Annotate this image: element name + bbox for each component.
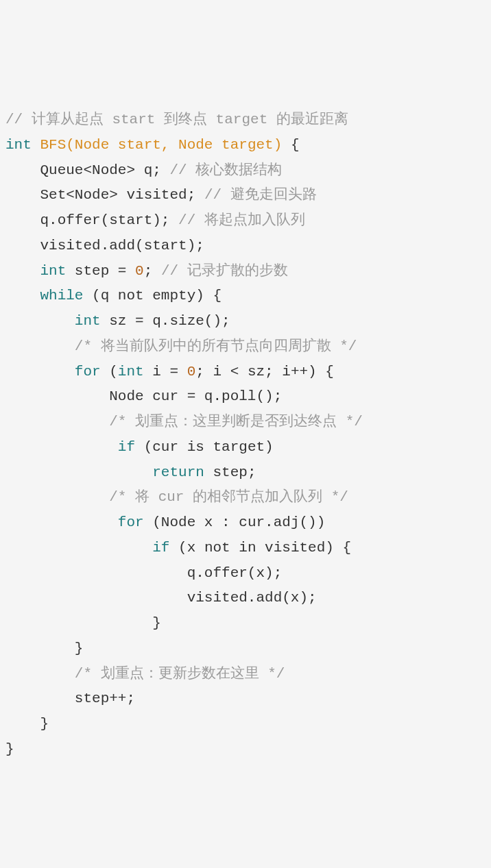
code-line: for (Node x : cur.adj()) xyxy=(5,510,486,536)
keyword-token: int xyxy=(40,263,66,279)
keyword-token: for xyxy=(118,514,144,530)
code-line: int step = 0; // 记录扩散的步数 xyxy=(5,259,486,284)
code-line: } xyxy=(5,712,486,737)
plain-token: Queue<Node> q; xyxy=(40,162,169,178)
keyword-token: for xyxy=(75,364,101,380)
plain-token xyxy=(144,540,153,556)
plain-token xyxy=(32,137,40,153)
code-line: int sz = q.size(); xyxy=(5,309,486,334)
code-line: // 计算从起点 start 到终点 target 的最近距离 xyxy=(5,108,486,133)
code-line: Node cur = q.poll(); xyxy=(5,384,486,410)
keyword-token: while xyxy=(40,288,83,303)
code-line: /* 将 cur 的相邻节点加入队列 */ xyxy=(5,485,486,510)
indent xyxy=(5,691,75,706)
num-token: 0 xyxy=(135,263,144,279)
code-line: while (q not empty) { xyxy=(5,284,486,309)
plain-token: (q not empty) { xyxy=(83,288,221,303)
indent xyxy=(5,414,109,430)
comment-token: // 核心数据结构 xyxy=(169,162,282,178)
keyword-token: if xyxy=(152,540,169,556)
indent xyxy=(5,540,144,556)
code-line: } xyxy=(5,636,486,662)
plain-token: sz = q.size(); xyxy=(101,313,230,329)
plain-token: ( xyxy=(101,364,118,380)
indent xyxy=(5,313,75,329)
indent xyxy=(5,615,144,631)
indent xyxy=(5,364,75,380)
keyword-token: return xyxy=(152,464,204,480)
plain-token xyxy=(144,464,153,480)
func-token: BFS xyxy=(40,137,66,153)
indent xyxy=(5,187,40,203)
comment-token: /* 划重点：更新步数在这里 */ xyxy=(75,666,285,682)
comment-token: // 记录扩散的步数 xyxy=(161,263,288,279)
plain-token: step = xyxy=(66,263,135,279)
plain-token xyxy=(109,439,118,455)
code-line: if (cur is target) xyxy=(5,435,486,460)
plain-token: { xyxy=(282,137,299,153)
indent xyxy=(5,212,40,228)
keyword-token: int xyxy=(75,313,101,329)
plain-token: i = xyxy=(144,364,187,380)
code-line: visited.add(start); xyxy=(5,234,486,259)
code-line: } xyxy=(5,737,486,762)
indent xyxy=(5,565,178,581)
num-token: 0 xyxy=(187,364,196,380)
code-line: /* 划重点：更新步数在这里 */ xyxy=(5,662,486,687)
code-line: /* 划重点：这里判断是否到达终点 */ xyxy=(5,410,486,435)
plain-token: Set<Node> visited; xyxy=(40,187,204,203)
plain-token: } xyxy=(5,741,14,757)
indent xyxy=(5,666,75,682)
code-line: step++; xyxy=(5,686,486,712)
comment-token: // 将起点加入队列 xyxy=(178,212,305,228)
indent xyxy=(5,464,144,480)
indent xyxy=(5,489,109,505)
code-line: visited.add(x); xyxy=(5,586,486,611)
comment-token: /* 将当前队列中的所有节点向四周扩散 */ xyxy=(75,338,357,354)
comment-token: // 计算从起点 start 到终点 target 的最近距离 xyxy=(5,112,348,127)
keyword-token: int xyxy=(118,364,144,380)
params-token: (Node start, Node target) xyxy=(66,137,282,153)
code-line: return step; xyxy=(5,460,486,486)
plain-token: q.offer(x); xyxy=(178,565,282,581)
plain-token: (cur is target) xyxy=(135,439,274,455)
keyword-token: if xyxy=(118,439,135,455)
code-line: for (int i = 0; i < sz; i++) { xyxy=(5,360,486,385)
plain-token: visited.add(x); xyxy=(178,590,317,606)
indent xyxy=(5,288,40,303)
code-line: /* 将当前队列中的所有节点向四周扩散 */ xyxy=(5,334,486,360)
code-line: } xyxy=(5,611,486,636)
indent xyxy=(5,439,109,455)
indent xyxy=(5,162,40,178)
indent xyxy=(5,641,75,656)
plain-token: ; i < sz; i++) { xyxy=(195,364,334,380)
code-line: q.offer(start); // 将起点加入队列 xyxy=(5,208,486,234)
indent xyxy=(5,238,40,253)
plain-token: ; xyxy=(144,263,161,279)
indent xyxy=(5,716,40,732)
plain-token: q.offer(start); xyxy=(40,212,178,228)
plain-token: step++; xyxy=(75,691,135,706)
code-line: q.offer(x); xyxy=(5,561,486,586)
plain-token xyxy=(109,514,118,530)
indent xyxy=(5,514,109,530)
plain-token: step; xyxy=(204,464,256,480)
indent xyxy=(5,263,40,279)
keyword-token: int xyxy=(5,137,32,153)
code-block: // 计算从起点 start 到终点 target 的最近距离int BFS(N… xyxy=(5,108,486,762)
plain-token: } xyxy=(75,641,84,656)
plain-token: } xyxy=(144,615,161,631)
plain-token: (Node x : cur.adj()) xyxy=(144,514,326,530)
code-line: int BFS(Node start, Node target) { xyxy=(5,133,486,158)
code-line: Set<Node> visited; // 避免走回头路 xyxy=(5,183,486,208)
comment-token: /* 将 cur 的相邻节点加入队列 */ xyxy=(109,489,348,505)
code-line: Queue<Node> q; // 核心数据结构 xyxy=(5,158,486,184)
plain-token: (x not in visited) { xyxy=(169,540,351,556)
plain-token: Node cur = q.poll(); xyxy=(109,388,282,404)
indent xyxy=(5,388,109,404)
code-line: if (x not in visited) { xyxy=(5,536,486,561)
plain-token: visited.add(start); xyxy=(40,238,204,253)
indent xyxy=(5,590,178,606)
plain-token: } xyxy=(40,716,49,732)
comment-token: // 避免走回头路 xyxy=(204,187,317,203)
